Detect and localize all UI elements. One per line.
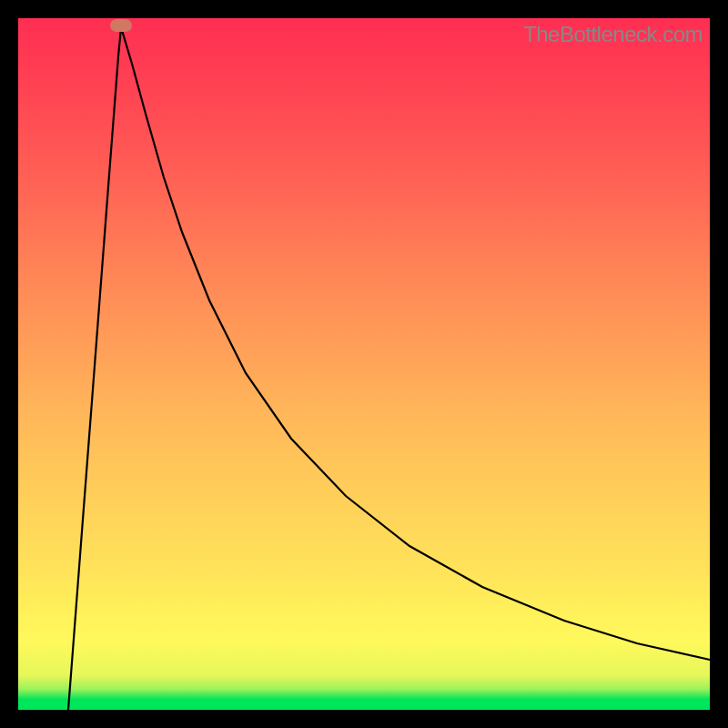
svg-rect-0 bbox=[110, 19, 132, 32]
minimum-marker bbox=[110, 19, 132, 32]
curve-svg bbox=[18, 18, 710, 710]
bottleneck-curve bbox=[68, 27, 710, 710]
chart-container: TheBottleneck.com bbox=[0, 0, 728, 728]
plot-area: TheBottleneck.com bbox=[18, 18, 710, 710]
